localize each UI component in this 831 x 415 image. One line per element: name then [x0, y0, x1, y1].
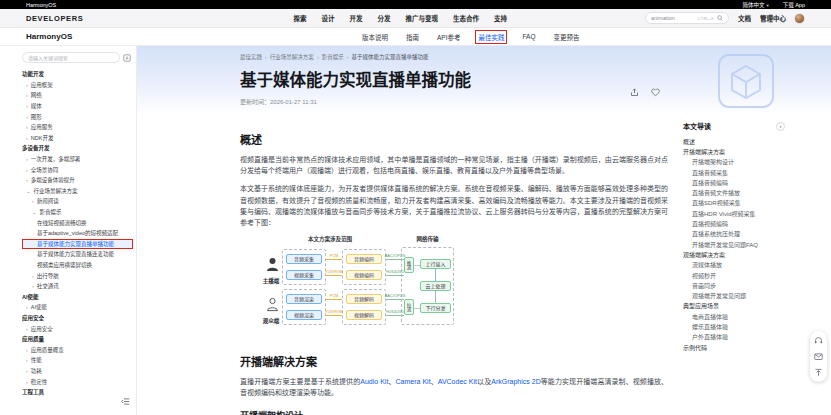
sidebar-item[interactable]: 多设备开发: [22, 143, 133, 154]
sidebar-item[interactable]: 应用质量概览: [22, 344, 133, 355]
toc-item[interactable]: 音画同步: [683, 280, 785, 290]
topbar-brand[interactable]: HarmonyOS: [26, 2, 56, 8]
feedback-mail-icon[interactable]: [814, 352, 823, 361]
sidebar-item[interactable]: 新闻阅读: [22, 196, 133, 207]
sidebar-item[interactable]: 工程工具: [22, 387, 133, 398]
main-nav: 探索设计开发分发推广与变现生态合作支持: [294, 13, 508, 23]
uplink-box: 上行接入: [420, 259, 451, 269]
sidebar-item[interactable]: 视频类应用横竖屏切换: [22, 260, 133, 271]
download-app-link[interactable]: 下载 App: [783, 1, 805, 9]
main-nav-item[interactable]: 推广与变现: [406, 13, 439, 23]
language-selector[interactable]: 简体中文▾: [742, 1, 768, 9]
sidebar-item[interactable]: 在线短视频流畅切换: [22, 217, 133, 228]
toc-item[interactable]: 直播HDR Vivid视频采集: [683, 208, 785, 218]
main-nav-item[interactable]: 开发: [350, 13, 363, 23]
main-nav-item[interactable]: 支持: [494, 13, 507, 23]
doc-tab[interactable]: API参考: [435, 31, 462, 43]
main-nav-item[interactable]: 生态合作: [453, 13, 479, 23]
support-headset-icon[interactable]: [814, 336, 823, 345]
main-nav-item[interactable]: 分发: [378, 13, 391, 23]
toc-item[interactable]: 观播端解决方案: [683, 249, 785, 259]
sidebar-item[interactable]: 稳定性: [22, 376, 133, 387]
hero-decoration-graphic: [713, 52, 779, 110]
toc-item[interactable]: 典型应用场景: [683, 301, 785, 311]
sidebar-item[interactable]: 一次开发，多端部署: [22, 154, 133, 165]
sidebar-item[interactable]: 应用安全: [22, 313, 133, 324]
doc-tab[interactable]: FAQ: [520, 32, 537, 41]
overview-paragraph-1: 视频直播是当前非常热点的媒体技术应用领域，其中单播是直播领域的一种常见场景，指主…: [240, 154, 668, 176]
updated-timestamp: 更新时间：2026-01-27 11:31: [240, 97, 668, 106]
sidebar-item[interactable]: 影音娱乐: [22, 207, 133, 218]
doc-tab[interactable]: 最佳实践: [476, 31, 506, 43]
breadcrumb-item[interactable]: 最佳实践: [240, 53, 270, 61]
sidebar-item[interactable]: 网络: [22, 90, 133, 101]
sidebar-search-input[interactable]: 请输入关键词搜索: [22, 52, 120, 63]
sidebar-item[interactable]: 多端设备体验提升: [22, 175, 133, 186]
sidebar-item[interactable]: 图形: [22, 111, 133, 122]
toc-item[interactable]: 直播系统抗压处理: [683, 229, 785, 239]
audio-encode-box: 音频编码: [346, 254, 382, 264]
main-nav-item[interactable]: 设计: [322, 13, 335, 23]
sidebar-item[interactable]: 基于媒体能力实现直播连麦功能: [22, 249, 133, 260]
breadcrumb-item[interactable]: 基于媒体能力实现直播单播功能: [352, 53, 429, 61]
toc-panel: 本文导读 › 概述开播端解决方案开播端架构设计直播音频采集直播音频编码直播音频文…: [683, 121, 785, 352]
header-link[interactable]: 文档: [738, 13, 751, 23]
toc-item[interactable]: 直播音频编码: [683, 177, 785, 187]
sidebar-item[interactable]: 社交通讯: [22, 281, 133, 292]
sidebar-item[interactable]: NDK开发: [22, 133, 133, 144]
toc-item[interactable]: 娱乐直播体验: [683, 321, 785, 331]
sidebar-item[interactable]: 行业场景解决方案: [22, 186, 133, 197]
sidebar-item[interactable]: 媒体: [22, 101, 133, 112]
toc-item[interactable]: 直播音频采集: [683, 167, 785, 177]
sidebar-item[interactable]: 应用质量: [22, 334, 133, 345]
developers-logo[interactable]: DEVELOPERS: [26, 14, 83, 23]
yuv-label-top: YUV/RGB: [322, 269, 346, 274]
doc-tab[interactable]: 变更预告: [552, 31, 582, 43]
breadcrumb-item[interactable]: 行业场景解决方案: [270, 53, 322, 61]
toc-item[interactable]: 户外直播体验: [683, 332, 785, 342]
toc-item[interactable]: 开播端开发常见问题FAQ: [683, 239, 785, 249]
sidebar-item[interactable]: AI使能: [22, 302, 133, 313]
sidebar-item[interactable]: 性能: [22, 355, 133, 366]
sidebar-item[interactable]: 应用服务: [22, 122, 133, 133]
toc-item[interactable]: 直播音频文件播放: [683, 187, 785, 197]
sidebar-item[interactable]: 基于adaptive_video的短视频适配: [22, 228, 133, 239]
sidebar-item[interactable]: 应用框架: [22, 80, 133, 91]
text-segment: 、: [388, 378, 395, 385]
toc-item[interactable]: 视频秒开: [683, 270, 785, 280]
main-nav-item[interactable]: 探索: [294, 13, 307, 23]
back-to-top-icon[interactable]: [814, 368, 823, 377]
share-icon[interactable]: [630, 88, 639, 97]
sidebar-item[interactable]: 应用安全: [22, 323, 133, 334]
avatar[interactable]: [794, 13, 805, 24]
toc-item[interactable]: 开播端架构设计: [683, 157, 785, 167]
toc-item[interactable]: 概述: [683, 136, 785, 146]
download-doc-icon[interactable]: [123, 54, 131, 62]
toc-item[interactable]: 直播SDR视频采集: [683, 198, 785, 208]
toc-item[interactable]: 示例代码: [683, 342, 785, 352]
sidebar-item[interactable]: 出行导航: [22, 270, 133, 281]
sidebar-item[interactable]: 功能开发: [22, 69, 133, 80]
sidebar-item[interactable]: 功耗: [22, 366, 133, 377]
breadcrumb-item[interactable]: 影音娱乐: [322, 53, 352, 61]
header-link[interactable]: 管理中心: [760, 13, 786, 23]
toc-title: 本文导读: [683, 121, 711, 131]
sidebar-collapse-button[interactable]: [121, 392, 130, 410]
sidebar-item[interactable]: 全场景协同: [22, 164, 133, 175]
text-segment: 、: [431, 378, 438, 385]
aac-label-top: AAC/OPUS: [382, 253, 408, 258]
doc-tab[interactable]: 指南: [404, 31, 421, 43]
sidebar-item[interactable]: AI使能: [22, 291, 133, 302]
favorite-heart-icon[interactable]: [651, 88, 660, 97]
doc-tab[interactable]: 版本说明: [360, 31, 390, 43]
harmonyos-logo[interactable]: HarmonyOS: [26, 32, 72, 41]
toc-item[interactable]: 开播端解决方案: [683, 146, 785, 156]
global-search-input[interactable]: animation CTRL+K: [645, 12, 729, 24]
sidebar-item[interactable]: 基于媒体能力实现直播单播功能: [22, 239, 133, 250]
toc-collapse-button[interactable]: ›: [776, 122, 785, 131]
toc-item[interactable]: 直播视频编码: [683, 218, 785, 228]
toc-item[interactable]: 电商直播体验: [683, 311, 785, 321]
toc-item[interactable]: 流媒体播放: [683, 260, 785, 270]
diagram-caption-scope: 本文方案涉及范围: [292, 235, 368, 243]
toc-item[interactable]: 观播端开发常见问题: [683, 290, 785, 300]
